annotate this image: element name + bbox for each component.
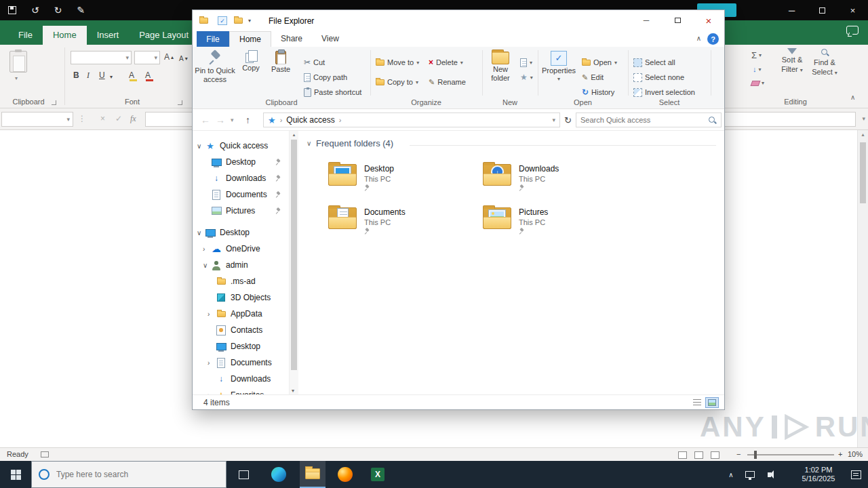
minimize-ribbon-icon[interactable]: ∧ (696, 35, 701, 42)
sort-filter-button[interactable]: Sort & Filter ▾ (777, 48, 807, 75)
explorer-tab-home[interactable]: Home (229, 31, 271, 47)
explorer-maximize-button[interactable] (662, 10, 693, 30)
copy-to-button[interactable]: Copy to▾ (376, 75, 418, 89)
breadcrumb-separator-icon[interactable]: › (339, 116, 342, 124)
explorer-search-input[interactable] (580, 116, 708, 124)
redo-icon[interactable]: ↻ (54, 5, 62, 16)
sidebar-item-quick-access[interactable]: ∨ ★ Quick access (193, 138, 289, 154)
firefox-taskbar-button[interactable] (332, 461, 358, 488)
task-view-button[interactable] (231, 461, 256, 488)
tree-scrollbar[interactable]: ▴ ▾ (289, 131, 298, 394)
find-select-button[interactable]: Find & Select ▾ (810, 48, 840, 77)
file-explorer-taskbar-button[interactable] (300, 461, 326, 488)
taskbar-search[interactable] (31, 461, 226, 488)
history-button[interactable]: ↻ History (582, 85, 614, 99)
folder-tile-downloads[interactable]: ↓ Downloads This PC (483, 162, 635, 201)
folder-tile-desktop[interactable]: Desktop This PC (328, 162, 481, 201)
zoom-level[interactable]: 10% (848, 450, 863, 458)
name-box[interactable]: ▾ (1, 112, 73, 127)
excel-tab-insert[interactable]: Insert (87, 26, 130, 45)
new-folder-button[interactable]: New folder (484, 49, 517, 82)
delete-button[interactable]: × Delete▾ (429, 56, 463, 69)
underline-dropdown-icon[interactable]: ▾ (110, 70, 113, 83)
separator-dots-icon[interactable]: ⋮ (78, 114, 86, 123)
pen-icon[interactable]: ✎ (77, 5, 85, 16)
invert-selection-button[interactable]: Invert selection (633, 85, 695, 99)
excel-minimize-button[interactable]: ─ (776, 0, 807, 20)
easy-access-button[interactable]: ★▾ (520, 70, 533, 84)
chevron-right-icon[interactable]: › (208, 310, 216, 318)
explorer-search-box[interactable] (576, 113, 722, 127)
excel-tab-page-layout[interactable]: Page Layout (129, 26, 199, 45)
excel-tab-home[interactable]: Home (43, 26, 87, 45)
paste-icon[interactable] (9, 51, 27, 73)
new-item-button[interactable]: ▾ (520, 56, 532, 69)
fill-color-button[interactable]: A (129, 69, 134, 81)
font-name-select[interactable]: ▾ (71, 51, 132, 64)
scrollbar-thumb[interactable] (291, 140, 297, 370)
excel-maximize-button[interactable] (807, 0, 837, 20)
sidebar-item-favorites[interactable]: › ★ Favorites (193, 387, 289, 394)
qat-customize-icon[interactable]: ▾ (248, 18, 251, 24)
font-color-button[interactable]: A (145, 69, 151, 81)
chevron-down-icon[interactable]: ∨ (197, 229, 205, 237)
scrollbar-thumb[interactable] (860, 142, 866, 203)
edge-taskbar-button[interactable] (266, 461, 292, 488)
comments-icon[interactable] (846, 26, 859, 35)
sidebar-item-desktop-user[interactable]: Desktop (193, 338, 289, 354)
forward-icon[interactable]: → (216, 109, 225, 131)
move-to-button[interactable]: Move to▾ (376, 56, 419, 69)
zoom-slider[interactable] (747, 454, 834, 455)
undo-icon[interactable]: ↺ (31, 5, 39, 16)
excel-tab-file[interactable]: File (8, 26, 43, 45)
page-break-view-icon[interactable] (711, 451, 719, 459)
sidebar-item-documents-user[interactable]: › Documents (193, 354, 289, 371)
address-dropdown-icon[interactable]: ▾ (552, 117, 555, 123)
up-icon[interactable]: ↑ (245, 109, 250, 131)
action-center-button[interactable] (846, 461, 865, 488)
decrease-font-icon[interactable]: A▾ (179, 52, 188, 64)
taskbar-clock[interactable]: 1:02 PM 5/16/2025 (792, 461, 845, 488)
page-layout-view-icon[interactable] (694, 451, 703, 459)
search-icon[interactable] (708, 116, 717, 125)
sidebar-item-desktop-root[interactable]: ∨ Desktop (193, 224, 289, 241)
sidebar-item-downloads-user[interactable]: ↓ Downloads (193, 371, 289, 387)
excel-close-button[interactable]: × (837, 0, 868, 20)
explorer-close-button[interactable]: × (693, 10, 724, 30)
chevron-right-icon[interactable]: › (208, 359, 216, 367)
font-dialog-launcher-icon[interactable] (178, 100, 182, 105)
scroll-up-icon[interactable]: ▴ (861, 131, 864, 138)
enter-icon[interactable]: ✓ (115, 114, 122, 123)
paste-button[interactable]: Paste (266, 49, 296, 73)
insert-function-icon[interactable]: fx (130, 114, 136, 124)
explorer-tab-share[interactable]: Share (271, 31, 312, 47)
select-none-button[interactable]: Select none (633, 70, 684, 84)
sidebar-item-admin[interactable]: ∨ admin (193, 257, 289, 273)
explorer-tab-file[interactable]: File (197, 31, 229, 47)
edit-button[interactable]: ✎ Edit (582, 70, 604, 84)
network-icon[interactable] (742, 461, 758, 488)
sidebar-item-onedrive[interactable]: › ☁ OneDrive (193, 241, 289, 257)
rename-button[interactable]: ✎ Rename (429, 75, 466, 89)
italic-button[interactable]: I (87, 69, 90, 81)
refresh-icon[interactable]: ↻ (564, 109, 572, 131)
scroll-up-icon[interactable]: ▴ (293, 132, 296, 137)
increase-font-icon[interactable]: A▴ (164, 51, 174, 63)
excel-taskbar-button[interactable]: X (365, 461, 391, 488)
fill-button[interactable]: ↓▾ (753, 65, 762, 73)
cut-button[interactable]: ✂ Cut (304, 56, 325, 69)
zoom-out-icon[interactable]: − (736, 450, 741, 458)
large-icons-view-button[interactable] (705, 397, 719, 408)
sidebar-item-downloads[interactable]: ↓ Downloads (193, 170, 289, 186)
section-header[interactable]: Frequent folders (4) (316, 138, 393, 148)
chevron-down-icon[interactable]: ∨ (197, 142, 205, 150)
open-button[interactable]: Open▾ (582, 56, 617, 69)
sidebar-item-contacts[interactable]: Contacts (193, 322, 289, 338)
recent-locations-icon[interactable]: ▾ (231, 109, 234, 131)
cancel-icon[interactable]: × (100, 114, 105, 123)
zoom-slider-thumb[interactable] (754, 451, 757, 459)
underline-button[interactable]: U (99, 69, 105, 81)
paste-shortcut-button[interactable]: Paste shortcut (304, 85, 361, 99)
bold-button[interactable]: B (73, 69, 79, 81)
copy-button[interactable]: Copy (237, 49, 264, 72)
